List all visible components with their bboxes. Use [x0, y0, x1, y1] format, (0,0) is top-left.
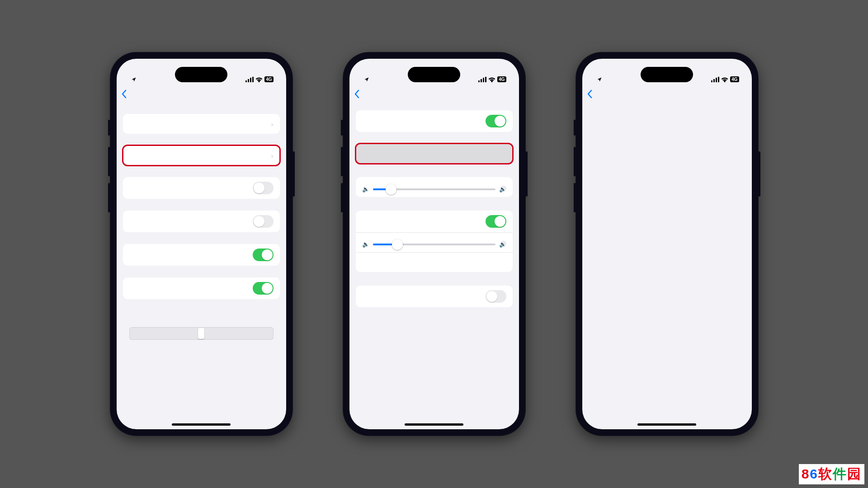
svg-rect-3 — [252, 77, 254, 82]
phone-3: 4G — [576, 52, 759, 436]
speaker-low-icon: 🔈 — [362, 186, 369, 192]
section-header-balance — [123, 311, 280, 321]
svg-rect-5 — [481, 79, 482, 82]
row-mono-audio[interactable] — [123, 177, 280, 199]
toggle-voice-isolation[interactable] — [253, 215, 274, 228]
wifi-icon — [488, 77, 495, 82]
home-indicator[interactable] — [405, 423, 463, 426]
toggle-background-sounds[interactable] — [486, 115, 506, 127]
row-volume-with-media[interactable]: 🔈 🔊 — [356, 232, 513, 252]
speaker-high-icon: 🔊 — [499, 186, 506, 192]
toggle-stop-when-locked[interactable] — [486, 290, 506, 303]
toggle-headphone-notifications[interactable] — [253, 282, 274, 295]
location-icon — [131, 77, 137, 82]
nav-bar — [582, 84, 752, 104]
row-power-sounds[interactable] — [123, 244, 280, 266]
svg-rect-1 — [248, 79, 249, 82]
chevron-left-icon — [587, 89, 592, 99]
dynamic-island — [641, 67, 693, 82]
row-use-when-media[interactable] — [356, 211, 513, 232]
row-voice-isolation[interactable] — [123, 211, 280, 232]
footer-note — [123, 302, 280, 311]
nav-bar — [117, 84, 286, 104]
row-stop-when-locked[interactable] — [356, 286, 513, 307]
network-badge: 4G — [497, 76, 506, 82]
svg-rect-9 — [713, 79, 715, 82]
location-icon — [597, 77, 602, 82]
footer-note — [123, 235, 280, 244]
footer-note — [356, 310, 513, 319]
speaker-low-icon: 🔈 — [362, 241, 369, 248]
svg-rect-8 — [711, 80, 712, 82]
home-indicator[interactable] — [172, 423, 231, 426]
back-button[interactable] — [585, 89, 593, 99]
footer-note — [123, 168, 280, 177]
row-headphone-notifications[interactable] — [123, 277, 280, 299]
volume-slider[interactable] — [373, 188, 495, 190]
home-indicator[interactable] — [637, 423, 696, 426]
svg-rect-11 — [718, 77, 719, 82]
phone-1: 4G › — [110, 52, 293, 436]
row-fire-volume[interactable]: 🔈 🔊 — [356, 177, 513, 197]
media-volume-slider[interactable] — [373, 244, 495, 245]
svg-rect-6 — [483, 78, 484, 82]
svg-rect-10 — [716, 78, 717, 82]
svg-rect-7 — [485, 77, 486, 82]
back-button[interactable] — [119, 89, 127, 99]
row-sound-group — [356, 144, 513, 164]
network-badge: 4G — [264, 76, 273, 82]
toggle-mono-audio[interactable] — [253, 182, 274, 194]
phone-2: 4G — [343, 52, 526, 436]
balance-control[interactable] — [129, 321, 274, 340]
speaker-high-icon: 🔊 — [499, 241, 506, 248]
location-icon — [364, 77, 369, 82]
wifi-icon — [721, 77, 728, 82]
footer-note — [356, 135, 513, 144]
row-background-sounds-group: › — [123, 145, 280, 165]
chevron-right-icon: › — [271, 152, 274, 160]
chevron-left-icon — [354, 89, 359, 99]
row-background-sounds-toggle[interactable] — [356, 110, 513, 132]
chevron-right-icon: › — [271, 120, 274, 128]
toggle-use-when-media[interactable] — [486, 215, 506, 228]
toggle-power-sounds[interactable] — [253, 249, 274, 261]
footer-note — [123, 202, 280, 211]
watermark: 86软件园 — [799, 464, 864, 484]
dynamic-island — [408, 67, 460, 82]
svg-rect-2 — [250, 78, 251, 82]
section-header-audio — [123, 104, 280, 114]
row-sound[interactable] — [356, 144, 513, 164]
row-background-sounds[interactable]: › — [123, 145, 280, 165]
svg-rect-4 — [478, 80, 480, 82]
row-play-sample[interactable] — [356, 252, 513, 272]
svg-rect-0 — [245, 80, 247, 82]
network-badge: 4G — [730, 76, 739, 82]
footer-note — [123, 136, 280, 145]
nav-bar — [349, 84, 519, 104]
chevron-left-icon — [121, 89, 127, 99]
cellular-icon — [478, 77, 486, 82]
dynamic-island — [175, 67, 227, 82]
footer-note — [123, 268, 280, 277]
cellular-icon — [711, 77, 719, 82]
cellular-icon — [245, 77, 254, 82]
row-headphone-accommodations[interactable]: › — [123, 114, 280, 134]
back-button[interactable] — [352, 89, 360, 99]
wifi-icon — [255, 77, 263, 82]
